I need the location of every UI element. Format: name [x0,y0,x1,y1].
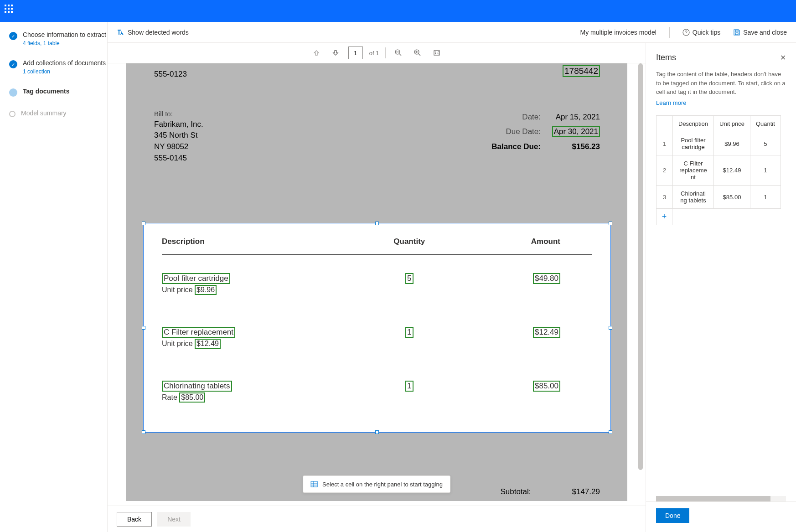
arrow-down-icon [332,50,339,56]
document-controls: of 1 [108,43,646,63]
active-step-icon [9,88,17,97]
amount-tag[interactable]: $12.49 [533,327,560,338]
quick-tips-button[interactable]: ? Quick tips [682,29,720,36]
panel-description: Tag the content of the table, headers do… [646,66,796,107]
top-bar [0,0,796,22]
amount-tag[interactable]: $85.00 [533,381,560,392]
desc-tag[interactable]: C Filter replacement [162,327,235,338]
cell[interactable]: 5 [750,132,780,155]
price-tag[interactable]: $85.00 [179,393,205,403]
desc-tag[interactable]: Chlorinating tablets [162,381,232,392]
document-canvas[interactable]: 555-0123 1785442 Bill to: Fabrikam, Inc.… [108,63,646,506]
panel-title: Items [656,53,780,62]
resize-handle[interactable] [375,222,379,225]
resize-handle[interactable] [142,222,145,225]
col-header[interactable]: Description [673,116,714,132]
next-page-button[interactable] [329,46,342,59]
horizontal-scrollbar[interactable] [656,496,786,501]
step-subtitle: 4 fields, 1 table [23,40,106,46]
separator [385,47,386,58]
col-quantity: Quantity [356,237,463,246]
cell[interactable]: $85.00 [714,186,750,209]
table-icon [310,480,318,488]
step-add-collections[interactable]: Add collections of documents 1 collectio… [9,59,107,75]
resize-handle[interactable] [609,326,612,330]
cell[interactable]: 1 [750,186,780,209]
due-date-tag[interactable]: Apr 30, 2021 [552,126,600,137]
fit-to-screen-button[interactable] [430,46,443,59]
step-tag-documents[interactable]: Tag documents [9,88,107,97]
resize-handle[interactable] [609,222,612,225]
save-and-close-button[interactable]: Save and close [733,29,787,36]
col-header[interactable]: Quantit [750,116,780,132]
toolbar: Show detected words My multiple invoices… [108,22,796,43]
svg-line-3 [399,54,401,56]
wizard-steps: Choose information to extract 4 fields, … [0,22,108,532]
table-selection[interactable]: Description Quantity Amount Pool filter … [143,223,611,433]
sender-phone: 555-0123 [154,70,187,79]
invoice-number-tag[interactable]: 1785442 [563,65,600,77]
items-table: Description Unit price Quantit 1 Pool fi… [656,115,781,209]
desc-tag[interactable]: Pool filter cartridge [162,273,230,284]
learn-more-link[interactable]: Learn more [656,98,686,108]
svg-rect-10 [311,481,317,487]
resize-handle[interactable] [142,430,145,434]
amount-tag[interactable]: $49.80 [533,273,560,284]
resize-handle[interactable] [142,326,145,330]
back-button[interactable]: Back [117,512,152,527]
resize-handle[interactable] [375,430,379,434]
todo-step-icon [9,111,16,117]
step-title: Add collections of documents [23,59,106,67]
bill-to-block: Bill to: Fabrikam, Inc. 345 North St NY … [154,109,203,164]
resize-handle[interactable] [609,430,612,434]
step-model-summary[interactable]: Model summary [9,109,107,117]
fit-icon [433,49,440,57]
svg-text:?: ? [685,30,687,35]
scrollbar-thumb[interactable] [638,63,643,470]
zoom-out-button[interactable] [392,46,405,59]
zoom-in-icon [414,49,421,57]
app-launcher-icon[interactable] [5,5,17,17]
col-amount: Amount [463,237,592,246]
subtotal-row: Subtotal: $147.29 [500,487,600,496]
qty-tag[interactable]: 1 [405,381,413,392]
show-detected-words-button[interactable]: Show detected words [117,29,189,36]
col-header[interactable]: Unit price [714,116,750,132]
cell[interactable]: 1 [750,155,780,186]
check-icon [9,60,17,68]
cell[interactable]: $9.96 [714,132,750,155]
qty-tag[interactable]: 5 [405,273,413,284]
zoom-in-button[interactable] [411,46,424,59]
save-icon [733,29,740,36]
price-tag[interactable]: $12.49 [195,339,221,349]
cell[interactable]: $12.49 [714,155,750,186]
cell[interactable]: C Filter replaceme nt [673,155,714,186]
qty-tag[interactable]: 1 [405,327,413,338]
close-icon[interactable]: ✕ [780,53,786,62]
zoom-out-icon [395,49,402,57]
svg-rect-9 [434,51,439,55]
items-panel: Items ✕ Tag the content of the table, he… [646,43,796,532]
text-detect-icon [117,29,124,36]
step-title: Model summary [21,109,67,117]
invoice-meta: Date:Apr 15, 2021 Due Date:Apr 30, 2021 … [477,110,600,154]
next-button: Next [157,512,191,527]
step-subtitle: 1 collection [23,68,106,75]
step-choose-info[interactable]: Choose information to extract 4 fields, … [9,31,107,46]
cell[interactable]: Chlorinati ng tablets [673,186,714,209]
wizard-footer: Back Next [108,506,646,532]
check-icon [9,32,17,40]
col-description: Description [162,237,356,246]
add-row-button[interactable]: + [656,209,672,225]
table-row: 1 Pool filter cartridge $9.96 5 [656,132,781,155]
done-button[interactable]: Done [656,508,689,523]
page-input[interactable] [348,46,363,59]
step-title: Tag documents [23,88,69,95]
prev-page-button[interactable] [310,46,323,59]
scrollbar-thumb[interactable] [656,496,770,501]
vertical-scrollbar[interactable] [638,63,643,506]
cell[interactable]: Pool filter cartridge [673,132,714,155]
price-tag[interactable]: $9.96 [195,285,217,295]
help-icon: ? [682,29,690,36]
model-name-label: My multiple invoices model [580,29,656,36]
